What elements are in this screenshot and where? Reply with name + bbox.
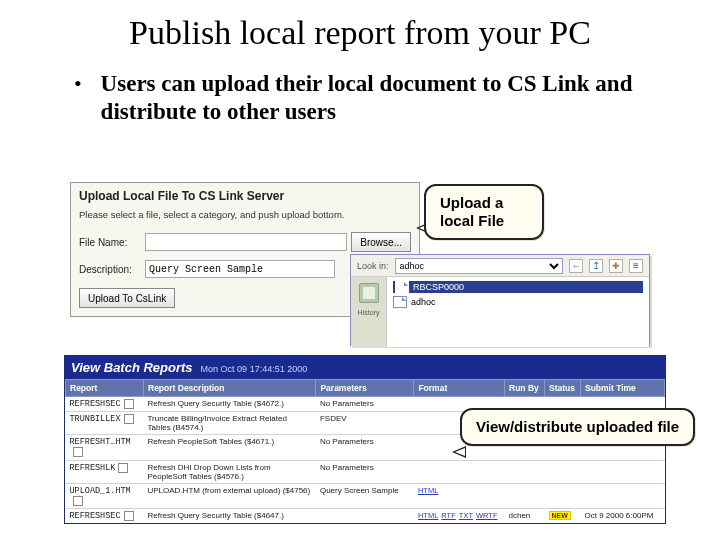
cell-desc: Refresh Query Security Table ($4647.) xyxy=(144,508,316,523)
cell-report: TRUNBILLEX xyxy=(66,412,144,435)
history-place-label: History xyxy=(358,309,380,316)
table-row: REFRESHLKRefresh DHI Drop Down Lists fro… xyxy=(66,460,665,483)
cell-status: NEW xyxy=(545,508,581,523)
cell-status xyxy=(545,460,581,483)
format-link[interactable]: HTML xyxy=(418,486,438,495)
cell-params: No Parameters xyxy=(316,397,414,412)
chooser-places-bar: History xyxy=(351,277,387,347)
callout-view: View/distribute uploaded file xyxy=(460,408,695,446)
file-icon xyxy=(395,281,409,293)
cell-params xyxy=(316,508,414,523)
cell-report: REFRESHLK xyxy=(66,460,144,483)
lookin-select[interactable]: adhoc xyxy=(395,258,563,274)
lookin-label: Look in: xyxy=(357,261,389,271)
cell-report: REFRESHSEC xyxy=(66,397,144,412)
batch-title: View Batch Reports xyxy=(71,360,193,375)
batch-timestamp: Mon Oct 09 17:44:51 2000 xyxy=(201,364,308,374)
col-runby: Run By xyxy=(505,380,545,397)
format-link[interactable]: HTML xyxy=(418,511,438,520)
cell-format: HTML xyxy=(414,483,505,508)
cell-runby xyxy=(505,483,545,508)
cell-params: No Parameters xyxy=(316,435,414,460)
file-chooser-dialog: Look in: adhoc History RBCSP0000 xyxy=(350,254,650,346)
col-report: Report xyxy=(66,380,144,397)
description-input[interactable] xyxy=(145,260,335,278)
cell-report: REFRESHT…HTM xyxy=(66,435,144,460)
history-place-icon[interactable] xyxy=(359,283,379,303)
new-folder-icon[interactable] xyxy=(609,259,623,273)
row-checkbox[interactable] xyxy=(124,399,134,409)
col-desc: Report Description xyxy=(144,380,316,397)
file-name: RBCSP0000 xyxy=(413,282,464,292)
upload-submit-button[interactable]: Upload To CsLink xyxy=(79,288,175,308)
batch-table: Report Report Description Parameters For… xyxy=(65,379,665,523)
cell-desc: Refresh Query Security Table ($4672.) xyxy=(144,397,316,412)
callout-upload: Upload a local File xyxy=(424,184,544,240)
back-icon[interactable] xyxy=(569,259,583,273)
upload-heading: Upload Local File To CS Link Server xyxy=(71,183,419,205)
upload-instruction: Please select a file, select a category,… xyxy=(71,205,419,228)
cell-desc: Truncate Billing/Invoice Extract Related… xyxy=(144,412,316,435)
slide-title: Publish local report from your PC xyxy=(0,0,720,60)
row-checkbox[interactable] xyxy=(118,463,128,473)
file-icon xyxy=(393,296,407,308)
row-checkbox[interactable] xyxy=(124,511,134,521)
up-one-level-icon[interactable] xyxy=(589,259,603,273)
views-icon[interactable] xyxy=(629,259,643,273)
col-status: Status xyxy=(545,380,581,397)
col-time: Submit Time xyxy=(581,380,665,397)
file-name: adhoc xyxy=(411,297,436,307)
table-row: REFRESHSECRefresh Query Security Table (… xyxy=(66,508,665,523)
cell-desc: Refresh DHI Drop Down Lists from PeopleS… xyxy=(144,460,316,483)
bullet-row: • Users can upload their local document … xyxy=(0,60,720,126)
bullet-text: Users can upload their local document to… xyxy=(101,70,672,126)
cell-status xyxy=(545,483,581,508)
file-name-label: File Name: xyxy=(79,237,141,248)
cell-params: Query Screen Sample xyxy=(316,483,414,508)
cell-time: Oct 9 2000 6:00PM xyxy=(581,508,665,523)
format-link[interactable]: RTF xyxy=(441,511,455,520)
description-label: Description: xyxy=(79,264,141,275)
bullet-marker: • xyxy=(74,70,101,126)
row-checkbox[interactable] xyxy=(124,414,134,424)
cell-format: HTMLRTFTXTWRTF xyxy=(414,508,505,523)
callout-view-pointer xyxy=(452,446,466,458)
file-item[interactable]: adhoc xyxy=(393,296,643,308)
table-row: UPLOAD_1.HTMUPLOAD.HTM (from external up… xyxy=(66,483,665,508)
file-item[interactable]: RBCSP0000 xyxy=(393,281,643,293)
file-name-input[interactable] xyxy=(145,233,347,251)
cell-report: REFRESHSEC xyxy=(66,508,144,523)
cell-desc: Refresh PeopleSoft Tables ($4671.) xyxy=(144,435,316,460)
format-link[interactable]: WRTF xyxy=(476,511,498,520)
chooser-file-list[interactable]: RBCSP0000 adhoc xyxy=(387,277,649,347)
cell-runby xyxy=(505,460,545,483)
row-checkbox[interactable] xyxy=(73,447,83,457)
cell-runby: dchen xyxy=(505,508,545,523)
cell-time xyxy=(581,460,665,483)
cell-report: UPLOAD_1.HTM xyxy=(66,483,144,508)
cell-desc: UPLOAD.HTM (from external upload) ($4756… xyxy=(144,483,316,508)
row-checkbox[interactable] xyxy=(73,496,83,506)
cell-params: No Parameters xyxy=(316,460,414,483)
col-format: Format xyxy=(414,380,505,397)
col-params: Parameters xyxy=(316,380,414,397)
format-link[interactable]: TXT xyxy=(459,511,473,520)
new-badge-icon: NEW xyxy=(549,511,571,520)
cell-format xyxy=(414,460,505,483)
browse-button[interactable]: Browse... xyxy=(351,232,411,252)
cell-params: FSDEV xyxy=(316,412,414,435)
cell-time xyxy=(581,483,665,508)
